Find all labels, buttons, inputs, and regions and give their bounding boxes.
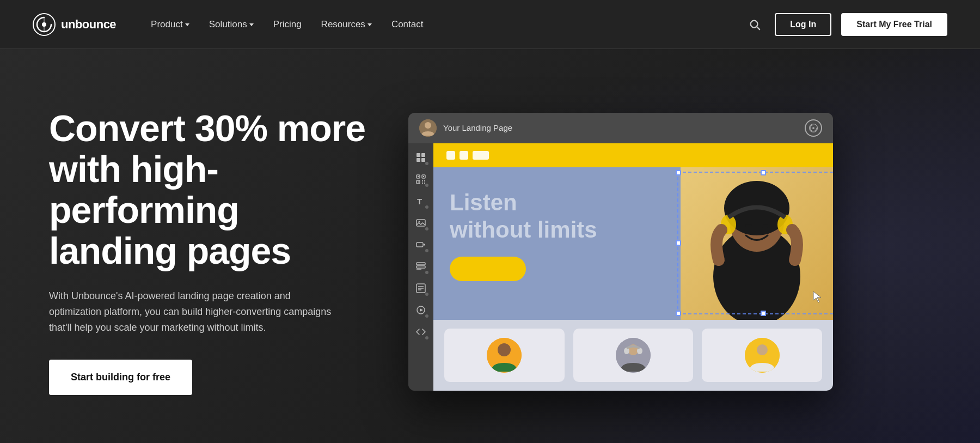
editor-avatar xyxy=(419,119,437,137)
toolbar-dot xyxy=(425,162,428,165)
hero-subtext: With Unbounce's AI-powered landing page … xyxy=(49,288,343,335)
button-icon xyxy=(416,240,426,250)
toolbar-list-item[interactable] xyxy=(411,278,431,298)
svg-rect-11 xyxy=(421,158,425,162)
hero-heading: Convert 30% more with high-performing la… xyxy=(49,108,376,271)
start-building-button[interactable]: Start building for free xyxy=(49,360,192,395)
unbounce-small-icon xyxy=(808,123,818,133)
brand-name: unbounce xyxy=(61,17,116,32)
yellow-dot-1 xyxy=(446,151,455,160)
editor-logo-small xyxy=(805,119,822,137)
profile-person-1-icon xyxy=(487,338,522,373)
image-icon xyxy=(416,218,426,228)
svg-rect-15 xyxy=(423,176,424,177)
svg-rect-19 xyxy=(424,180,425,181)
canvas-text-area: Listen without limits xyxy=(433,167,681,320)
svg-rect-17 xyxy=(418,181,419,183)
profile-person-2-icon xyxy=(616,338,651,373)
form-icon xyxy=(416,262,426,271)
hero-section: Convert 30% more with high-performing la… xyxy=(0,49,980,443)
svg-rect-23 xyxy=(416,220,425,226)
toolbar-dot xyxy=(425,227,428,230)
svg-point-42 xyxy=(745,224,752,228)
avatar-icon xyxy=(419,119,437,137)
profile-card-2 xyxy=(573,329,694,382)
svg-point-49 xyxy=(637,348,642,354)
chevron-down-icon xyxy=(367,23,372,26)
search-button[interactable] xyxy=(744,14,765,35)
svg-rect-28 xyxy=(416,263,425,265)
svg-point-45 xyxy=(498,343,511,356)
toolbar-dot xyxy=(425,184,428,187)
canvas-image-area xyxy=(681,167,833,320)
nav-resources[interactable]: Resources xyxy=(314,15,379,34)
layout-icon xyxy=(416,153,426,162)
editor-window: Your Landing Page xyxy=(408,113,833,391)
editor-titlebar: Your Landing Page xyxy=(408,113,833,143)
toolbar-dot xyxy=(425,249,428,252)
logo-link[interactable]: unbounce xyxy=(33,13,116,36)
svg-line-3 xyxy=(757,27,759,29)
profile-card-3 xyxy=(702,329,822,382)
main-nav: Product Solutions Pricing Resources Cont… xyxy=(143,15,744,34)
search-icon xyxy=(749,19,761,31)
toolbar-widget-item[interactable] xyxy=(411,235,431,254)
svg-point-51 xyxy=(757,344,768,355)
canvas-bottom-row xyxy=(433,320,833,391)
canvas-main-area: Listen without limits xyxy=(433,167,833,320)
profile-card-1 xyxy=(444,329,565,382)
toolbar-video-item[interactable] xyxy=(411,300,431,320)
svg-rect-8 xyxy=(416,153,420,157)
toolbar-qr-item[interactable] xyxy=(411,169,431,189)
start-trial-button[interactable]: Start My Free Trial xyxy=(841,13,947,36)
video-icon xyxy=(416,305,426,315)
nav-pricing[interactable]: Pricing xyxy=(266,15,309,34)
text-icon: T xyxy=(416,196,426,206)
login-button[interactable]: Log In xyxy=(775,13,831,36)
toolbar-form-item[interactable] xyxy=(411,257,431,276)
logo-icon xyxy=(33,13,56,36)
qr-icon xyxy=(416,174,426,184)
svg-point-7 xyxy=(812,127,814,129)
toolbar-image-item[interactable] xyxy=(411,213,431,233)
cursor-icon xyxy=(812,290,823,304)
nav-contact[interactable]: Contact xyxy=(384,15,431,34)
nav-product[interactable]: Product xyxy=(143,15,197,34)
editor-mockup: Your Landing Page xyxy=(408,113,833,391)
svg-point-1 xyxy=(42,22,46,27)
hero-text-area: Convert 30% more with high-performing la… xyxy=(49,108,376,395)
header-actions: Log In Start My Free Trial xyxy=(744,13,947,36)
editor-page-title: Your Landing Page xyxy=(443,123,512,132)
svg-rect-21 xyxy=(424,183,425,184)
headphones-person-image xyxy=(702,167,811,320)
profile-avatar-3 xyxy=(745,338,780,373)
canvas-photo xyxy=(681,167,833,320)
toolbar-layout-item[interactable] xyxy=(411,148,431,167)
svg-marker-36 xyxy=(420,308,423,312)
yellow-dot-3 xyxy=(473,151,489,160)
svg-point-5 xyxy=(425,122,431,129)
toolbar-dot xyxy=(425,314,428,318)
editor-title-left: Your Landing Page xyxy=(419,119,512,137)
toolbar-dot xyxy=(425,205,428,209)
svg-rect-20 xyxy=(422,183,423,184)
canvas-listen-text: Listen without limits xyxy=(450,189,664,244)
yellow-dot-2 xyxy=(460,151,468,160)
editor-canvas: Listen without limits xyxy=(433,143,833,391)
toolbar-dot xyxy=(425,336,428,339)
svg-point-43 xyxy=(762,224,768,228)
svg-rect-25 xyxy=(416,242,423,247)
cursor-arrow xyxy=(812,290,823,304)
svg-rect-9 xyxy=(421,153,425,157)
toolbar-dot xyxy=(425,271,428,274)
toolbar-text-item[interactable]: T xyxy=(411,191,431,211)
nav-solutions[interactable]: Solutions xyxy=(201,15,261,34)
list-icon xyxy=(416,283,426,293)
toolbar-code-item[interactable] xyxy=(411,322,431,342)
editor-toolbar: T xyxy=(408,143,433,391)
canvas-cta-button[interactable] xyxy=(450,257,526,281)
canvas-yellow-bar xyxy=(433,143,833,167)
profile-avatar-2 xyxy=(616,338,651,373)
code-icon xyxy=(416,327,426,337)
svg-rect-13 xyxy=(418,176,419,177)
